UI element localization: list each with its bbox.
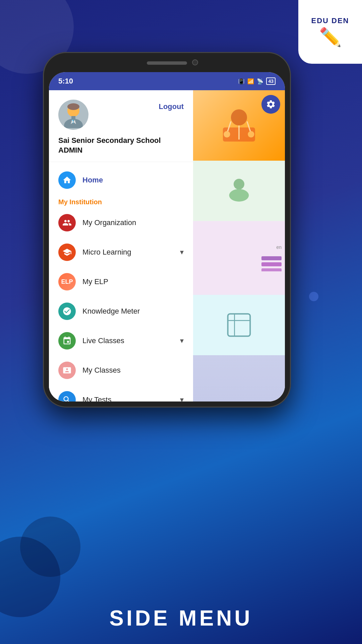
- micro-learning-icon: [58, 244, 76, 261]
- svg-point-7: [231, 109, 247, 125]
- sidebar-item-micro-learning[interactable]: Micro Learning ▾: [49, 237, 193, 267]
- knowledge-meter-label: Knowledge Meter: [82, 307, 184, 316]
- signal-icon: 📡: [257, 78, 263, 85]
- live-classes-icon: [58, 332, 76, 350]
- avatar: [58, 100, 88, 130]
- logout-button[interactable]: Logout: [159, 100, 184, 111]
- svg-point-3: [67, 103, 79, 110]
- sidebar-item-my-organization[interactable]: My Organization: [49, 208, 193, 237]
- wifi-icon: 📶: [247, 78, 254, 85]
- sidebar-item-knowledge-meter[interactable]: Knowledge Meter: [49, 297, 193, 326]
- svg-point-14: [234, 179, 244, 190]
- right-content-area-4: [193, 295, 285, 355]
- sidebar-item-live-classes[interactable]: Live Classes ▾: [49, 326, 193, 356]
- phone-screen: 5:10 📳 📶 📡 43: [49, 72, 285, 401]
- logo-text: EDU DEN: [311, 16, 349, 25]
- right-content-area-2: [193, 161, 285, 221]
- micro-learning-label: Micro Learning: [82, 248, 180, 257]
- sidebar-item-my-classes[interactable]: My Classes: [49, 356, 193, 385]
- sidebar-item-home[interactable]: Home: [49, 165, 193, 195]
- my-organization-label: My Organization: [82, 218, 184, 227]
- status-time: 5:10: [58, 77, 73, 86]
- bg-dot: [309, 292, 318, 301]
- battery-icon: 43: [266, 77, 276, 85]
- svg-point-13: [248, 131, 254, 138]
- my-classes-icon: [58, 362, 76, 379]
- edu-den-logo: EDU DEN ✏️: [298, 0, 362, 64]
- svg-rect-19: [228, 314, 250, 336]
- micro-learning-chevron: ▾: [180, 248, 184, 257]
- my-elp-icon: ELP: [58, 273, 76, 290]
- app-content: Logout Sai Senior Secondary School ADMIN: [49, 90, 285, 401]
- status-bar: 5:10 📳 📶 📡 43: [49, 72, 285, 90]
- side-menu: Logout Sai Senior Secondary School ADMIN: [49, 90, 193, 401]
- bottom-label: SIDE MENU: [0, 606, 362, 631]
- my-tests-chevron: ▾: [180, 395, 184, 401]
- my-organization-icon: [58, 214, 76, 231]
- school-name: Sai Senior Secondary School ADMIN: [58, 136, 184, 155]
- svg-rect-16: [261, 256, 282, 260]
- logo-icon: ✏️: [319, 26, 342, 48]
- my-elp-label: My ELP: [82, 277, 184, 286]
- right-panel: en: [193, 90, 285, 401]
- menu-items: Home My Institution My Organization: [49, 162, 193, 401]
- phone-frame: 5:10 📳 📶 📡 43: [43, 52, 291, 408]
- live-classes-chevron: ▾: [180, 336, 184, 345]
- sidebar-item-my-tests[interactable]: My Tests ▾: [49, 385, 193, 401]
- svg-rect-18: [261, 268, 282, 271]
- home-label: Home: [82, 176, 184, 184]
- my-classes-label: My Classes: [82, 366, 184, 375]
- section-my-institution: My Institution: [49, 195, 193, 208]
- my-tests-label: My Tests: [82, 395, 180, 401]
- vibrate-icon: 📳: [238, 78, 245, 85]
- home-icon: [58, 171, 76, 189]
- knowledge-meter-icon: [58, 303, 76, 320]
- my-tests-icon: [58, 391, 76, 401]
- menu-header: Logout Sai Senior Secondary School ADMIN: [49, 90, 193, 162]
- phone-camera: [192, 59, 198, 65]
- phone-speaker: [147, 61, 187, 65]
- svg-point-12: [224, 131, 230, 138]
- live-classes-label: Live Classes: [82, 336, 180, 345]
- right-content-area-3: en: [193, 221, 285, 295]
- svg-point-15: [229, 189, 249, 202]
- menu-header-top: Logout: [58, 100, 184, 130]
- svg-rect-17: [261, 262, 282, 266]
- status-icons: 📳 📶 📡 43: [238, 77, 276, 85]
- sidebar-item-my-elp[interactable]: ELP My ELP: [49, 267, 193, 297]
- settings-button[interactable]: [261, 95, 280, 114]
